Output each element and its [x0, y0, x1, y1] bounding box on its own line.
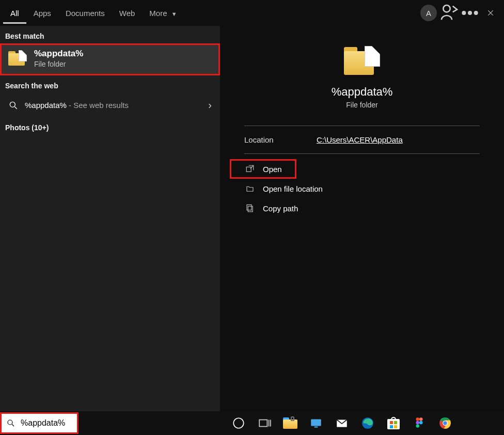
folder-icon [8, 50, 27, 67]
tab-web[interactable]: Web [112, 3, 143, 24]
location-path[interactable]: C:\Users\ACER\AppData [317, 135, 403, 144]
web-result-suffix: - See web results [67, 101, 129, 110]
svg-point-3 [475, 11, 477, 14]
svg-point-9 [233, 418, 244, 428]
svg-point-18 [419, 421, 423, 425]
tab-apps[interactable]: Apps [26, 3, 58, 24]
close-button[interactable] [480, 3, 501, 23]
action-copy-path[interactable]: Copy path [230, 198, 494, 218]
best-match-title: %appdata% [34, 49, 83, 59]
section-photos[interactable]: Photos (10+) [0, 117, 220, 135]
avatar-letter: A [420, 5, 437, 21]
location-label: Location [244, 135, 317, 144]
svg-point-0 [443, 5, 450, 12]
monitor-app-icon[interactable] [304, 411, 328, 435]
svg-point-4 [10, 102, 15, 107]
svg-rect-10 [259, 420, 267, 427]
svg-rect-7 [247, 205, 251, 210]
search-query-text: %appdata% [21, 418, 65, 428]
taskbar-search-box[interactable]: %appdata% [0, 412, 78, 434]
best-match-subtitle: File folder [34, 60, 83, 68]
web-search-result[interactable]: %appdata% - See web results › [0, 93, 220, 117]
svg-rect-5 [246, 167, 251, 172]
action-copy-path-label: Copy path [263, 204, 298, 213]
section-best-match: Best match [0, 26, 220, 43]
file-location-icon [244, 184, 256, 193]
file-explorer-icon[interactable] [278, 411, 302, 435]
svg-point-1 [463, 11, 465, 14]
preview-folder-icon [344, 46, 380, 77]
preview-card: %appdata% File folder Location C:\Users\… [229, 35, 495, 402]
taskbar: %appdata% [0, 411, 504, 435]
copy-icon [244, 204, 256, 213]
svg-rect-11 [311, 419, 321, 426]
feedback-icon[interactable] [439, 3, 460, 23]
preview-column: %appdata% File folder Location C:\Users\… [220, 26, 504, 411]
preview-title: %appdata% [230, 85, 494, 99]
tab-all[interactable]: All [3, 3, 26, 24]
action-open-label: Open [263, 165, 282, 174]
section-search-web: Search the web [0, 75, 220, 93]
best-match-result[interactable]: %appdata% File folder [0, 43, 220, 75]
search-tabs-bar: All Apps Documents Web More ▼ A [0, 0, 504, 26]
windows-search-panel: All Apps Documents Web More ▼ A Best mat… [0, 0, 504, 411]
search-icon [6, 418, 15, 428]
preview-subtitle: File folder [230, 101, 494, 109]
cortana-icon[interactable] [227, 411, 250, 435]
chrome-icon[interactable] [433, 411, 457, 435]
chevron-right-icon: › [208, 99, 212, 111]
action-open-file-location[interactable]: Open file location [230, 179, 494, 198]
task-view-icon[interactable] [253, 411, 276, 435]
microsoft-store-icon[interactable] [382, 411, 405, 435]
svg-point-2 [468, 11, 471, 14]
web-result-text: %appdata% - See web results [25, 101, 208, 110]
tab-more[interactable]: More ▼ [142, 3, 184, 24]
figma-icon[interactable] [407, 411, 431, 435]
web-result-query: %appdata% [25, 101, 67, 110]
svg-rect-16 [419, 417, 423, 421]
edge-icon[interactable] [356, 411, 380, 435]
action-open-file-location-label: Open file location [263, 184, 323, 193]
search-results-column: Best match %appdata% File folder Search … [0, 26, 220, 411]
taskbar-icons [218, 411, 457, 435]
open-icon [244, 164, 256, 174]
svg-point-22 [443, 421, 447, 425]
action-open[interactable]: Open [230, 159, 296, 179]
tab-documents[interactable]: Documents [58, 3, 112, 24]
svg-rect-15 [416, 417, 420, 421]
mail-icon[interactable] [330, 411, 354, 435]
tab-more-label: More [149, 9, 167, 18]
location-row: Location C:\Users\ACER\AppData [230, 126, 494, 153]
chevron-down-icon: ▼ [171, 11, 177, 17]
more-options-icon[interactable] [460, 3, 480, 23]
svg-rect-17 [416, 421, 420, 425]
svg-rect-6 [248, 206, 253, 212]
svg-rect-19 [416, 424, 420, 428]
account-avatar[interactable]: A [418, 3, 439, 23]
svg-point-8 [8, 420, 12, 425]
search-icon [8, 100, 19, 111]
svg-rect-12 [314, 427, 318, 428]
